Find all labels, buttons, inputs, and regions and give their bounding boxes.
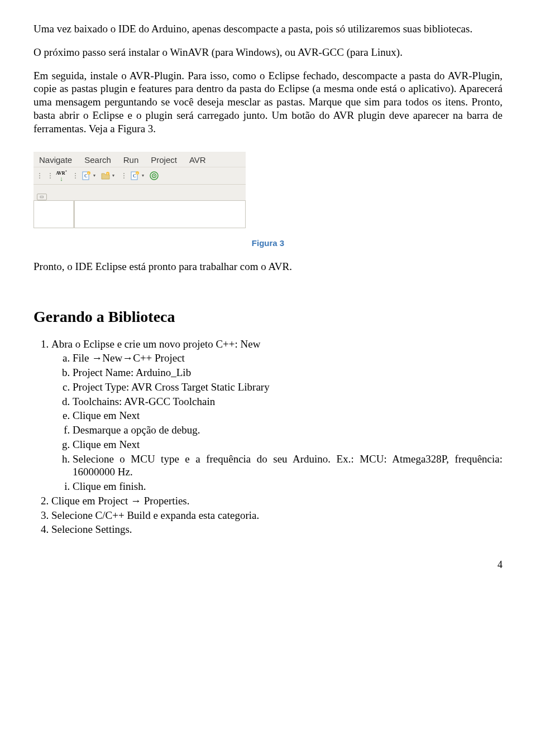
step-1e: Clique em Next (73, 409, 502, 422)
step-1a: File →New→C++ Project (73, 351, 502, 365)
paragraph-2: O próximo passo será instalar o WinAVR (… (34, 46, 502, 59)
step-1a-post: C++ Project (133, 352, 185, 364)
svg-point-12 (154, 175, 155, 176)
step-3: Selecione C/C++ Build e expanda esta cat… (51, 509, 502, 522)
toolbar-group-separator (37, 170, 45, 182)
step-2-post: Properties. (141, 495, 190, 507)
grip-dots-icon (50, 170, 52, 182)
dropdown-arrow-icon[interactable]: ▾ (93, 173, 95, 179)
build-target-button[interactable] (147, 170, 161, 182)
toolbar-group-targets: C + ▾ (121, 170, 163, 182)
paragraph-3: Em seguida, instale o AVR-Plugin. Para i… (34, 69, 502, 136)
section-heading: Gerando a Biblioteca (34, 307, 502, 326)
main-ordered-list: Abra o Eclipse e crie um novo projeto C+… (34, 338, 502, 537)
new-folder-button[interactable]: + (99, 170, 112, 182)
step-1a-pre: File (73, 352, 89, 364)
arrow-icon: → (131, 495, 141, 507)
menu-navigate[interactable]: Navigate (39, 155, 72, 166)
step-1-sublist: File →New→C++ Project Project Name: Ardu… (51, 351, 502, 493)
eclipse-editor-area (34, 200, 246, 228)
grip-dots-icon (123, 170, 126, 182)
grip-dots-icon (39, 170, 42, 182)
step-1b: Project Name: Arduino_Lib (73, 366, 502, 379)
avr-upload-button[interactable]: AVR+ ↓ (55, 170, 68, 182)
c-source-file-icon: C + (82, 171, 92, 181)
step-4: Selecione Settings. (51, 523, 502, 536)
step-1d: Toolchains: AVR-GCC Toolchain (73, 395, 502, 408)
paragraph-4: Pronto, o IDE Eclipse está pronto para t… (34, 260, 502, 273)
paragraph-1: Uma vez baixado o IDE do Arduino, apenas… (34, 22, 502, 36)
new-c-source-button[interactable]: C + (80, 170, 93, 182)
download-arrow-icon: ↓ (60, 176, 63, 182)
toolbar-group-avr: AVR+ ↓ (47, 170, 70, 182)
eclipse-left-panel (34, 200, 74, 228)
build-target-icon (149, 171, 159, 181)
eclipse-right-panel (74, 200, 246, 228)
page-number: 4 (34, 558, 502, 571)
eclipse-tabbar: ▭ (34, 185, 246, 200)
step-1c: Project Type: AVR Cross Target Static Li… (73, 381, 502, 394)
new-folder-icon: + (100, 171, 111, 181)
step-1a-mid: New (102, 352, 122, 364)
eclipse-menubar: Navigate Search Run Project AVR (34, 152, 246, 167)
eclipse-screenshot: Navigate Search Run Project AVR AVR+ ↓ (34, 152, 246, 228)
step-1: Abra o Eclipse e crie um novo projeto C+… (51, 338, 502, 493)
arrow-icon: → (92, 352, 102, 364)
new-c-source-button-2[interactable]: C + (128, 170, 142, 182)
step-1f: Desmarque a opção de debug. (73, 423, 502, 437)
c-source-file-icon: C + (130, 171, 140, 181)
step-1-text: Abra o Eclipse e crie um novo projeto C+… (51, 338, 260, 350)
step-1g: Clique em Next (73, 438, 502, 451)
toolbar-group-newfile: C + ▾ + ▾ (73, 170, 119, 182)
arrow-icon: → (122, 352, 133, 364)
grip-dots-icon (75, 170, 78, 182)
view-min-max-icon[interactable]: ▭ (37, 194, 47, 200)
eclipse-toolbar: AVR+ ↓ C + ▾ (34, 167, 246, 185)
figure-3-wrap: Navigate Search Run Project AVR AVR+ ↓ (34, 152, 502, 249)
step-2: Clique em Project → Properties. (51, 494, 502, 508)
step-1h: Selecione o MCU type e a frequência do s… (73, 452, 502, 479)
step-2-pre: Clique em Project (51, 495, 131, 507)
menu-run[interactable]: Run (123, 155, 139, 166)
menu-avr[interactable]: AVR (189, 155, 206, 166)
figure-3-caption: Figura 3 (34, 238, 502, 249)
menu-search[interactable]: Search (84, 155, 111, 166)
dropdown-arrow-icon[interactable]: ▾ (112, 173, 114, 179)
step-1i: Clique em finish. (73, 480, 502, 493)
dropdown-arrow-icon[interactable]: ▾ (142, 173, 144, 179)
menu-project[interactable]: Project (151, 155, 177, 166)
